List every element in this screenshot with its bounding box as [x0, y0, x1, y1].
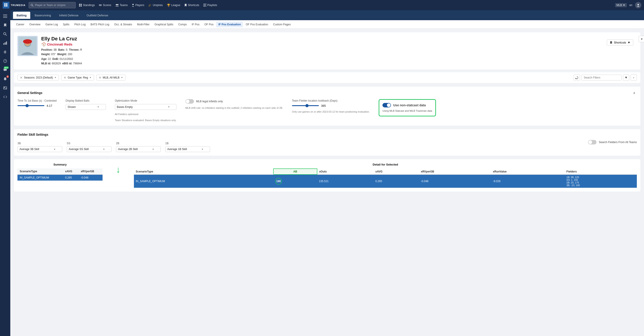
sidebar-bookmark[interactable] [1, 21, 9, 29]
subnav-graphical-splits[interactable]: Graphical Splits [152, 22, 176, 27]
tab-batting[interactable]: Batting [13, 12, 30, 19]
1b-select[interactable]: Average 1B Skill ▼ [165, 146, 210, 152]
player-photo [18, 36, 38, 56]
detail-xrunvalue-1: -9.026 [491, 175, 564, 188]
general-settings-title: General Settings ∧ [18, 90, 637, 96]
search-chevron-right[interactable]: › [630, 74, 637, 81]
skill-grid: 3B Average 3B Skill ▼ SS Average SS Skil… [18, 142, 210, 152]
logo: TRUMEDIA [3, 2, 26, 9]
optimization-mode-setting: Optimization Mode Bases Empty ▼ All Fiel… [115, 99, 176, 122]
sidebar-search[interactable] [1, 30, 9, 38]
svg-line-24 [6, 35, 7, 36]
time-to-base-slider[interactable] [18, 105, 44, 106]
3b-label: 3B [18, 142, 62, 145]
subnav-occ-streaks[interactable]: Occ. & Streaks [112, 22, 134, 27]
subnav-pitchlog[interactable]: Pitch Log [72, 22, 88, 27]
sidebar-chat[interactable]: New [1, 66, 9, 74]
player-info: Elly De La Cruz ⚾ Cincinnati Reds Positi… [41, 36, 82, 66]
nav-umpires[interactable]: 🎓 Umpires [146, 3, 164, 8]
sidebar-code[interactable] [1, 93, 9, 101]
sidebar-menu[interactable] [1, 12, 9, 20]
user-icon[interactable] [635, 2, 641, 8]
search-fielders-toggle[interactable] [588, 140, 596, 144]
subnav-if-pos-eval[interactable]: IF Pos Evaluation [216, 22, 243, 27]
sidebar-notifications[interactable]: 5 [1, 75, 9, 83]
add-shortcut-button[interactable]: + [639, 36, 644, 42]
subnav-of-pos-eval[interactable]: OF Pos Evaluation [244, 22, 270, 27]
2b-select[interactable]: Average 2B Skill ▼ [116, 146, 161, 152]
subnav-gamelog[interactable]: Game Log [43, 22, 60, 27]
league-filter[interactable]: ✕ MLB, All MiLB ▼ [96, 75, 126, 81]
display-batted-balls-setting: Display Batted Balls Shown ▼ [66, 99, 106, 110]
subnav-custom-pages[interactable]: Custom Pages [271, 22, 293, 27]
main-content: Elly De La Cruz ⚾ Cincinnati Reds Positi… [10, 29, 644, 336]
sidebar-stats[interactable] [1, 39, 9, 47]
subnav-of-pos[interactable]: OF Pos [202, 22, 216, 27]
svg-point-23 [4, 33, 6, 35]
subnav-if-pos[interactable]: IF Pos [190, 22, 202, 27]
non-statcast-toggle[interactable] [382, 103, 391, 107]
subnav-multi-filter[interactable]: Multi-Filter [135, 22, 152, 27]
summary-section: Summary ScenarioType xAVG xRVperGB IN_SA… [18, 163, 102, 181]
nav-players[interactable]: Players [130, 3, 146, 8]
optimization-mode-label: Optimization Mode [115, 99, 176, 102]
display-batted-balls-select[interactable]: Shown ▼ [66, 104, 106, 110]
game-type-filter-remove[interactable]: ✕ [64, 76, 66, 79]
subnav-splits[interactable]: Splits [61, 22, 72, 27]
search-chevron-down[interactable]: ▼ [623, 74, 629, 81]
left-sidebar: ? New 5 [0, 10, 10, 336]
logo-text: TRUMEDIA [11, 4, 26, 7]
time-to-base-label: Time To 1st Base (s) - Contested [18, 99, 57, 102]
mlb-selector[interactable]: MLB ▼ [615, 3, 627, 7]
season-filter-remove[interactable]: ✕ [20, 76, 22, 79]
detail-xavg-1: 0.265 [374, 175, 419, 188]
svg-rect-1 [6, 3, 8, 5]
tab-baserunning[interactable]: Baserunning [31, 12, 55, 19]
nav-scores[interactable]: Scores [97, 3, 113, 8]
sidebar-image[interactable] [1, 84, 9, 92]
nav-playlists[interactable]: Playlists [202, 3, 219, 8]
league-filter-chevron[interactable]: ▼ [121, 76, 123, 79]
summary-table: ScenarioType xAVG xRVperGB IN_SAMPLE_OPT… [18, 169, 102, 181]
sidebar-settings[interactable] [1, 48, 9, 56]
nav-teams[interactable]: Teams [114, 3, 130, 8]
shortcuts-button[interactable]: Shortcuts ▼ [607, 40, 633, 46]
time-to-base-value: 4.17 [46, 104, 52, 107]
subnav-comps[interactable]: Comps [176, 22, 189, 27]
search-box[interactable]: Player or Team or Umpire [29, 2, 76, 8]
mlb-legal-toggle[interactable] [186, 99, 194, 104]
3b-select[interactable]: Average 3B Skill ▼ [18, 146, 62, 152]
ss-label: SS [67, 142, 112, 145]
subnav-overview[interactable]: Overview [27, 22, 43, 27]
season-filter-chevron[interactable]: ▼ [54, 76, 56, 79]
player-meta: Position: 3B Bats: S Throws: R Height: 6… [41, 48, 82, 66]
nav-shortcuts[interactable]: Shortcuts [182, 3, 201, 8]
optimization-mode-select[interactable]: Bases Empty ▼ [115, 104, 176, 110]
game-type-filter[interactable]: ✕ Game Type: Reg ▼ [61, 75, 94, 81]
team-fielder-slider-container: 365 [292, 104, 370, 107]
svg-rect-6 [79, 4, 80, 5]
time-to-base-setting: Time To 1st Base (s) - Contested 4.17 [18, 99, 57, 107]
svg-point-12 [116, 4, 117, 6]
season-filter[interactable]: ✕ Seasons: 2023 (Default) ▼ [18, 75, 59, 81]
ss-select[interactable]: Average SS Skill ▼ [67, 146, 112, 152]
subnav-bats-pitch-log[interactable]: BATS Pitch Log [88, 22, 112, 27]
tab-outfield-defense[interactable]: Outfield Defense [83, 12, 112, 19]
team-fielder-slider[interactable] [292, 105, 319, 106]
search-filters-input[interactable] [581, 75, 622, 81]
league-filter-remove[interactable]: ✕ [99, 76, 102, 79]
game-type-filter-chevron[interactable]: ▼ [89, 76, 92, 79]
subnav-career[interactable]: Career [14, 22, 27, 27]
svg-rect-31 [5, 80, 6, 80]
nav-standings[interactable]: Standings [77, 3, 96, 8]
optimization-hint1: All Fielders optimized. [115, 113, 176, 116]
sidebar-help[interactable]: ? [1, 57, 9, 65]
detail-fielders-1: 1B: 38, 125SS: 1, 1552B: 20, 1753B: -23,… [565, 175, 637, 188]
tab-infield-defense[interactable]: Infield Defense [56, 12, 82, 19]
top-nav: TRUMEDIA Player or Team or Umpire Standi… [0, 0, 644, 10]
reset-filters-button[interactable] [574, 74, 580, 81]
general-settings-collapse[interactable]: ∧ [632, 90, 637, 96]
nav-league[interactable]: 🏆 League [165, 3, 182, 8]
time-to-base-slider-container: 4.17 [18, 104, 57, 107]
search-placeholder: Player or Team or Umpire [35, 4, 66, 7]
